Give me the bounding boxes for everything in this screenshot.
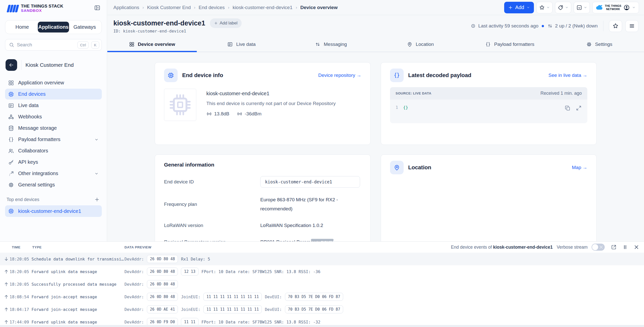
tab-live-data[interactable]: Live data <box>197 37 286 52</box>
column-data-preview: DATA PREVIEW <box>124 245 151 249</box>
events-panel: TIME TYPE DATA PREVIEW End device events… <box>0 241 644 327</box>
top-end-devices-section: Top end devices kiosk-customer-end-devic… <box>5 197 102 217</box>
card-title: Latest decoded payload <box>408 72 471 79</box>
grid-icon <box>129 42 135 47</box>
breadcrumb-item-end-devices[interactable]: End devices <box>199 5 225 10</box>
copy-icon[interactable] <box>565 105 571 111</box>
brand-logo[interactable]: THE THINGS STACK SANDBOX <box>6 4 63 13</box>
device-menu-button[interactable] <box>625 20 638 32</box>
verbose-stream-toggle[interactable] <box>592 244 605 251</box>
add-device-icon[interactable] <box>94 197 100 202</box>
breadcrumb-item-applications[interactable]: Applications <box>113 5 139 10</box>
sidebar-item-payload-formatters[interactable]: Payload formatters <box>5 134 102 145</box>
account-menu-button[interactable]: THE THINGS NETWORK <box>592 2 639 13</box>
workspace-tabs: HomeApplicationsGateways <box>5 20 102 34</box>
tab-payload-formatters[interactable]: Payload formatters <box>465 37 555 52</box>
braces-icon <box>8 137 14 143</box>
add-label-button[interactable]: Add label <box>210 18 242 28</box>
breadcrumb-item-device-overview: Device overview <box>300 5 338 10</box>
sidebar-item-message-storage[interactable]: Message storage <box>5 123 102 134</box>
sidebar-item-label: Live data <box>18 103 39 108</box>
end-device-id-input[interactable] <box>260 176 360 188</box>
events-device-name: kiosk-customer-end-device1 <box>493 245 553 250</box>
device-header: kiosk-customer-end-device1 Add label ID:… <box>107 15 644 37</box>
info-row-frequency-plan: Frequency planEurope 863-870 MHz (SF9 fo… <box>164 191 361 217</box>
downlink-arrow-icon <box>4 256 9 262</box>
event-byte-value: 70 B3 D5 7E D0 06 FD 87 <box>285 293 343 301</box>
event-byte-value: 12 13 <box>181 268 198 276</box>
device-id: ID: kiosk-customer-end-device1 <box>113 29 242 34</box>
event-type: Successfully processed data message <box>31 282 116 287</box>
horizontal-scrollbar-thumb[interactable] <box>311 239 334 241</box>
event-time: 17:44:09 <box>10 320 29 324</box>
device-repository-link[interactable]: Device repository → <box>318 73 361 78</box>
event-byte-value: 11 11 11 11 11 11 11 11 <box>203 305 262 313</box>
sidebar-collapse-button[interactable] <box>93 4 101 12</box>
plus-icon <box>508 5 513 10</box>
uplink-arrow-icon <box>4 307 9 312</box>
event-row[interactable]: 18:04:17Forward join-accept messageDevAd… <box>0 303 644 316</box>
workspace-tab-applications[interactable]: Applications <box>38 22 69 32</box>
end-device-info-card: End device info Device repository → kios… <box>155 62 371 145</box>
event-row[interactable]: 18:20:05Forward uplink data messageDevAd… <box>0 265 644 278</box>
sidebar-item-end-devices[interactable]: End devices <box>5 89 102 100</box>
tab-device-overview[interactable]: Device overview <box>107 37 197 52</box>
map-link[interactable]: Map → <box>572 165 587 170</box>
device-repo-note: This end device is currently not part of… <box>206 101 336 106</box>
add-button[interactable]: Add <box>504 2 534 13</box>
event-data-preview: DevAddr:26 0D AE 41JoinEUI:11 11 11 11 1… <box>124 303 639 316</box>
expand-icon[interactable] <box>576 105 582 111</box>
sidebar-item-collaborators[interactable]: Collaborators <box>5 145 102 156</box>
pause-stream-icon[interactable] <box>622 244 628 250</box>
sidebar-item-other-integrations[interactable]: Other integrations <box>5 168 102 179</box>
event-field-label: JoinEUI: <box>181 307 200 312</box>
status-dot <box>542 25 544 27</box>
sidebar-item-label: Webhooks <box>18 114 42 120</box>
event-byte-value: 26 0D AE 41 <box>147 305 178 313</box>
tab-settings[interactable]: Settings <box>555 37 644 52</box>
workspace-tab-gateways[interactable]: Gateways <box>69 22 100 32</box>
webhook-icon <box>8 114 14 120</box>
avatar-icon <box>623 4 630 11</box>
event-field-label: DevAddr: <box>124 307 144 312</box>
payload-json: {} <box>403 105 408 110</box>
updown-arrows-icon <box>547 23 553 29</box>
bookmark-device-button[interactable] <box>609 20 622 32</box>
sidebar-item-webhooks[interactable]: Webhooks <box>5 111 102 122</box>
tab-label: Location <box>416 42 434 47</box>
breadcrumb-item-kiosk-customer-end-device1[interactable]: kiosk-customer-end-device1 <box>233 5 293 10</box>
workspace-tab-home[interactable]: Home <box>7 22 38 32</box>
tab-messaging[interactable]: Messaging <box>286 37 376 52</box>
event-time: 18:20:05 <box>10 257 29 261</box>
info-label: Regional Parameters version <box>164 239 260 241</box>
page-title: kiosk-customer-end-device1 <box>113 19 205 27</box>
chevron-down-icon <box>584 6 587 9</box>
sidebar-device-item[interactable]: kiosk-customer-end-device1 <box>5 205 102 217</box>
close-panel-icon[interactable] <box>633 244 639 250</box>
chevron-down-icon <box>546 6 550 9</box>
sidebar-item-general-settings[interactable]: General settings <box>5 179 102 190</box>
arrow-left-icon <box>9 62 14 68</box>
search-input[interactable] <box>17 42 75 48</box>
event-row[interactable]: 18:20:05Schedule data downlink for trans… <box>0 253 644 265</box>
sidebar-item-live-data[interactable]: Live data <box>5 100 102 111</box>
starred-menu-button[interactable] <box>536 2 553 13</box>
search-icon <box>9 42 14 48</box>
sidebar-item-api-keys[interactable]: API keys <box>5 157 102 168</box>
event-row[interactable]: 18:20:05Successfully processed data mess… <box>0 278 644 290</box>
open-external-icon[interactable] <box>611 244 617 250</box>
sidebar-item-application-overview[interactable]: Application overview <box>5 77 102 88</box>
column-time: TIME <box>12 245 20 249</box>
event-type: Forward uplink data message <box>31 320 97 324</box>
location-pin-icon <box>394 164 400 171</box>
breadcrumb-separator: › <box>228 5 229 10</box>
event-row[interactable]: 18:08:54Forward join-accept messageDevAd… <box>0 290 644 303</box>
back-button[interactable] <box>6 59 17 71</box>
see-live-data-link[interactable]: See in live data → <box>549 73 587 78</box>
breadcrumb-item-kiosk-customer-end[interactable]: Kiosk Customer End <box>147 5 191 10</box>
device-tabs: Device overviewLive dataMessagingLocatio… <box>107 37 644 52</box>
tab-location[interactable]: Location <box>376 37 465 52</box>
event-time: 18:20:05 <box>10 269 29 274</box>
tags-menu-button[interactable] <box>555 2 571 13</box>
inbox-menu-button[interactable] <box>574 2 590 13</box>
